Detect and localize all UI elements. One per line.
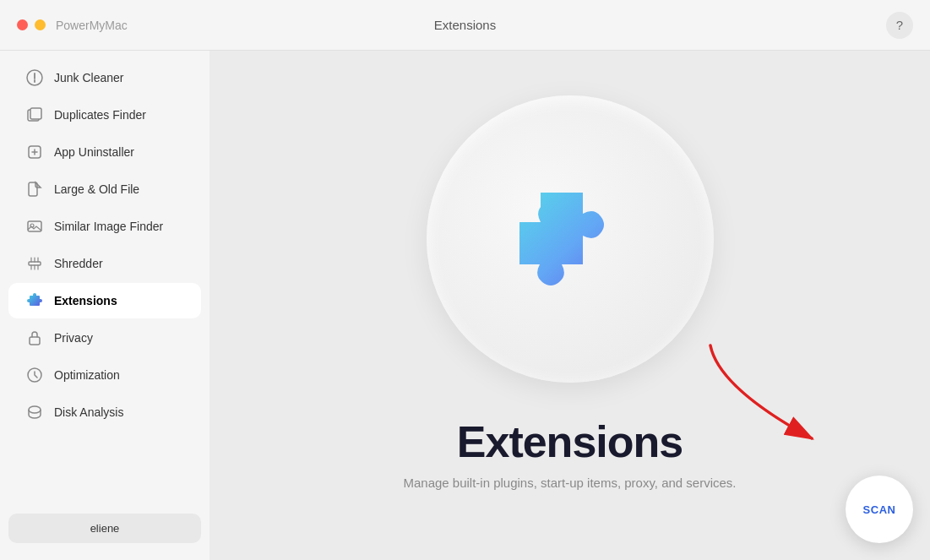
shredder-icon — [25, 254, 44, 273]
main-layout: Junk Cleaner Duplicates Finder App Unins… — [0, 51, 930, 560]
hero-circle — [427, 95, 714, 383]
sidebar-item-shredder[interactable]: Shredder — [8, 246, 201, 281]
scan-button[interactable]: SCAN — [846, 476, 913, 543]
sidebar-item-optimization[interactable]: Optimization — [8, 357, 201, 393]
svg-point-10 — [29, 406, 41, 413]
help-button[interactable]: ? — [886, 12, 913, 39]
sidebar-label-extensions: Extensions — [54, 294, 117, 307]
sidebar-label-similar-image-finder: Similar Image Finder — [54, 220, 163, 233]
scan-btn-container: SCAN — [846, 476, 913, 543]
user-button[interactable]: eliene — [8, 514, 201, 543]
app-uninstaller-icon — [25, 143, 44, 161]
arrow-container — [693, 337, 829, 459]
sidebar-item-disk-analysis[interactable]: Disk Analysis — [8, 394, 201, 430]
window-title: Extensions — [434, 18, 496, 32]
sidebar-item-privacy[interactable]: Privacy — [8, 320, 201, 356]
sidebar-item-similar-image-finder[interactable]: Similar Image Finder — [8, 209, 201, 244]
sidebar-label-optimization: Optimization — [54, 368, 120, 382]
svg-rect-5 — [28, 221, 41, 231]
traffic-lights — [17, 19, 46, 30]
duplicates-finder-icon — [25, 106, 44, 124]
large-old-file-icon — [25, 180, 44, 198]
arrow-icon — [693, 337, 829, 455]
app-name: PowerMyMac — [56, 19, 128, 32]
sidebar-label-shredder: Shredder — [54, 257, 103, 270]
sidebar-label-junk-cleaner: Junk Cleaner — [54, 71, 124, 84]
hero-title: Extensions — [403, 416, 736, 467]
sidebar-label-disk-analysis: Disk Analysis — [54, 405, 123, 419]
sidebar-label-app-uninstaller: App Uninstaller — [54, 145, 134, 159]
sidebar-item-junk-cleaner[interactable]: Junk Cleaner — [8, 60, 201, 95]
privacy-icon — [25, 329, 44, 347]
sidebar-label-large-old-file: Large & Old File — [54, 182, 139, 196]
sidebar-item-extensions[interactable]: Extensions — [8, 283, 201, 318]
similar-image-finder-icon — [25, 217, 44, 236]
junk-cleaner-icon — [25, 68, 44, 87]
hero-text: Extensions Manage built-in plugins, star… — [403, 416, 736, 490]
puzzle-icon — [494, 167, 646, 311]
sidebar-item-large-old-file[interactable]: Large & Old File — [8, 171, 201, 207]
sidebar-item-duplicates-finder[interactable]: Duplicates Finder — [8, 97, 201, 133]
svg-rect-2 — [30, 108, 41, 119]
disk-analysis-icon — [25, 403, 44, 421]
extensions-icon — [25, 291, 44, 310]
sidebar-item-app-uninstaller[interactable]: App Uninstaller — [8, 134, 201, 170]
close-button[interactable] — [17, 19, 28, 30]
content-area: Extensions Manage built-in plugins, star… — [209, 51, 930, 560]
titlebar: PowerMyMac Extensions ? — [0, 0, 930, 51]
minimize-button[interactable] — [35, 19, 46, 30]
svg-rect-8 — [30, 337, 40, 345]
svg-rect-7 — [29, 262, 41, 265]
sidebar: Junk Cleaner Duplicates Finder App Unins… — [0, 51, 209, 560]
optimization-icon — [25, 366, 44, 384]
hero-subtitle: Manage built-in plugins, start-up items,… — [403, 476, 736, 490]
sidebar-label-privacy: Privacy — [54, 331, 93, 345]
sidebar-label-duplicates-finder: Duplicates Finder — [54, 108, 146, 122]
user-profile: eliene — [0, 505, 209, 552]
